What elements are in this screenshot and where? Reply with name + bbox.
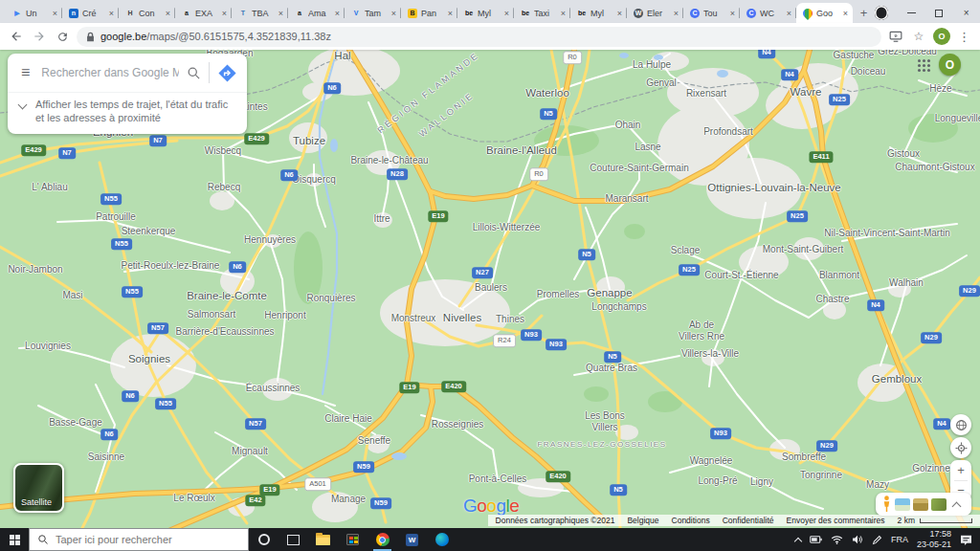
browser-menu-button[interactable]: ⋮ — [956, 30, 972, 44]
menu-hamburger-icon[interactable]: ≡ — [17, 64, 33, 81]
language-indicator[interactable]: FRA — [891, 535, 908, 544]
tab-close-button[interactable]: × — [503, 9, 510, 18]
reload-button[interactable] — [54, 28, 71, 45]
windows-logo-icon — [10, 535, 20, 545]
imagery-thumbnail[interactable] — [895, 498, 910, 511]
forward-button[interactable] — [31, 28, 48, 45]
tab-title: Eler — [647, 9, 669, 18]
browser-tab[interactable]: HCon× — [119, 3, 175, 23]
battery-icon[interactable] — [810, 536, 822, 543]
browser-tab[interactable]: nCré× — [62, 3, 119, 23]
browser-tab[interactable]: aAma× — [288, 3, 345, 23]
browser-account-avatar[interactable]: O — [933, 28, 950, 45]
start-button[interactable] — [0, 528, 29, 551]
zoom-in-button[interactable]: + — [950, 460, 971, 480]
tab-title: Pan — [421, 9, 443, 18]
tab-close-button[interactable]: × — [52, 9, 58, 18]
file-explorer-button[interactable] — [308, 528, 338, 551]
bookmark-star-button[interactable]: ☆ — [910, 28, 927, 45]
tab-favicon: C — [690, 9, 700, 18]
browser-tab[interactable]: aEXA× — [175, 3, 232, 23]
globe-layer-button[interactable] — [950, 414, 971, 435]
cortana-button[interactable] — [249, 528, 278, 551]
browser-tab[interactable]: Goo× — [796, 3, 853, 23]
satellite-layer-toggle[interactable]: Satellite — [13, 463, 64, 513]
account-avatar[interactable]: O — [939, 54, 961, 76]
maps-search-input[interactable] — [41, 66, 179, 79]
word-taskbar-button[interactable]: W — [397, 528, 427, 551]
browser-tab[interactable]: CWC× — [740, 3, 796, 23]
browser-tab[interactable]: BPan× — [401, 3, 457, 23]
window-maximize-button[interactable] — [925, 3, 953, 23]
map-canvas[interactable]: BogaardenHalSaintesEnghienWisbecqTubizeB… — [0, 50, 980, 528]
tab-close-button[interactable]: × — [616, 9, 623, 18]
tab-close-button[interactable]: × — [786, 9, 792, 18]
chrome-taskbar-button[interactable] — [368, 528, 397, 551]
window-minimize-button[interactable] — [898, 3, 925, 23]
imagery-thumbnail[interactable] — [931, 498, 947, 511]
privacy-link[interactable]: Confidentialité — [723, 516, 774, 525]
search-icon[interactable] — [187, 66, 201, 80]
browser-tab[interactable]: VTam× — [345, 3, 401, 23]
task-view-button[interactable] — [278, 528, 308, 551]
scale-label: 2 km — [898, 516, 915, 525]
notification-center-icon[interactable] — [960, 535, 972, 545]
store-icon — [346, 534, 359, 545]
tray-expand-icon[interactable] — [794, 537, 802, 544]
chevron-up-icon[interactable] — [952, 501, 962, 511]
browser-tab[interactable]: WEler× — [627, 3, 683, 23]
traffic-hint-row[interactable]: Afficher les temps de trajet, l'état du … — [8, 92, 247, 134]
time: 17:58 — [929, 529, 951, 539]
map-country: Belgique — [627, 516, 658, 525]
wifi-icon[interactable] — [831, 535, 843, 544]
tab-favicon: V — [351, 9, 361, 18]
new-tab-button[interactable]: + — [853, 3, 875, 23]
volume-icon[interactable] — [852, 535, 863, 544]
browser-tab[interactable]: ▶Un× — [6, 3, 62, 23]
tab-favicon: n — [69, 9, 78, 18]
pen-icon[interactable] — [872, 535, 882, 545]
browser-tab-strip: ▶Un×nCré×HCon×aEXA×TTBA×aAma×VTam×BPan×b… — [0, 0, 980, 23]
map-mn-road — [38, 406, 107, 436]
taskbar-clock[interactable]: 17:5823-05-21 — [917, 529, 951, 550]
browser-tab[interactable]: beMyl× — [570, 3, 627, 23]
tab-title: Goo — [816, 9, 838, 18]
feedback-link[interactable]: Envoyer des commentaires — [787, 516, 885, 525]
browser-tab[interactable]: CTou× — [683, 3, 740, 23]
google-logo-letter: G — [463, 496, 477, 516]
edge-taskbar-button[interactable] — [427, 528, 457, 551]
tab-close-button[interactable]: × — [334, 9, 341, 18]
imagery-thumbnail[interactable] — [913, 498, 928, 511]
microsoft-store-button[interactable] — [338, 528, 368, 551]
tab-close-button[interactable]: × — [278, 9, 284, 18]
tab-close-button[interactable]: × — [108, 9, 115, 18]
url-bar[interactable]: google.be/maps/@50.6151575,4.3521839,11.… — [77, 27, 881, 47]
browser-profile-icon[interactable] — [875, 6, 888, 20]
tab-close-button[interactable]: × — [447, 9, 454, 18]
send-to-device-button[interactable] — [887, 28, 904, 45]
taskbar-search-input[interactable] — [56, 534, 228, 545]
browser-tab[interactable]: beMyl× — [457, 3, 514, 23]
back-button[interactable] — [8, 28, 25, 45]
tab-close-button[interactable]: × — [221, 9, 228, 18]
reload-icon — [56, 31, 69, 43]
tab-close-button[interactable]: × — [390, 9, 397, 18]
tab-close-button[interactable]: × — [673, 9, 679, 18]
terms-link[interactable]: Conditions — [672, 516, 710, 525]
tab-strip-tabs: ▶Un×nCré×HCon×aEXA×TTBA×aAma×VTam×BPan×b… — [6, 3, 853, 23]
browser-tab[interactable]: TTBA× — [232, 3, 288, 23]
pegman-icon[interactable] — [881, 496, 892, 513]
tab-close-button[interactable]: × — [729, 9, 736, 18]
window-close-button[interactable]: × — [952, 3, 980, 23]
taskbar-search-box[interactable] — [29, 528, 249, 551]
forward-icon — [33, 30, 46, 43]
google-apps-grid-button[interactable] — [917, 58, 930, 72]
tab-close-button[interactable]: × — [560, 9, 567, 18]
edge-icon — [435, 533, 449, 546]
my-location-button[interactable] — [950, 437, 971, 458]
browser-tab[interactable]: beTaxi× — [514, 3, 570, 23]
city-patch — [793, 237, 824, 260]
tab-close-button[interactable]: × — [842, 9, 849, 18]
tab-close-button[interactable]: × — [165, 9, 171, 18]
directions-icon[interactable] — [217, 63, 237, 83]
